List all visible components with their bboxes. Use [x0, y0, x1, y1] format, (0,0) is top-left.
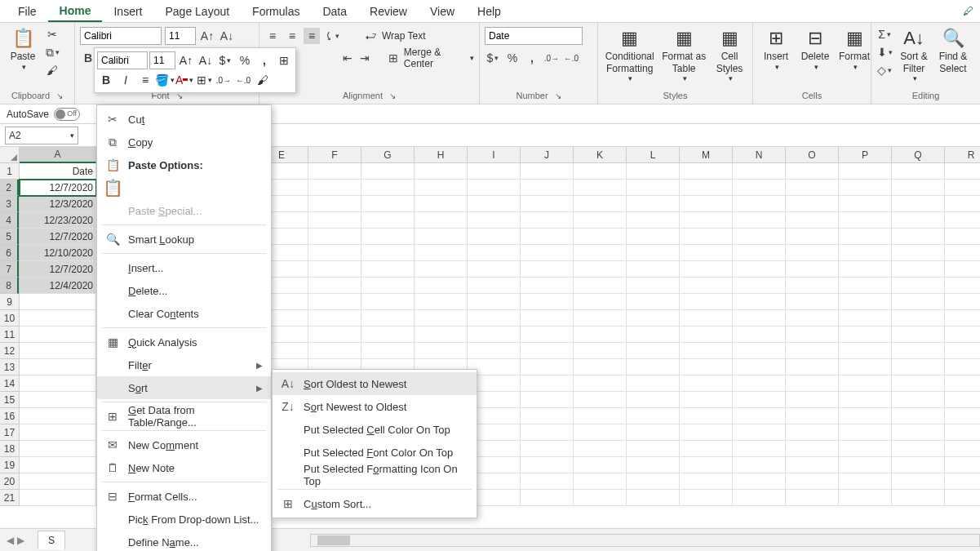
column-header-A[interactable]: A [20, 147, 96, 163]
cell-P11[interactable] [839, 327, 892, 343]
cell-M3[interactable] [680, 196, 733, 212]
cell-R8[interactable] [945, 278, 980, 294]
cell-O4[interactable] [786, 212, 839, 229]
mini-table[interactable]: ⊞ [275, 51, 293, 69]
cell-G7[interactable] [361, 261, 415, 278]
cell-J6[interactable] [521, 245, 574, 261]
cell-M8[interactable] [680, 278, 733, 294]
cell-P9[interactable] [839, 294, 892, 310]
cell-J12[interactable] [521, 343, 574, 359]
cell-N15[interactable] [733, 392, 786, 408]
cell-Q16[interactable] [892, 408, 945, 424]
cell-L17[interactable] [627, 424, 680, 441]
cell-H6[interactable] [415, 245, 468, 261]
cell-N18[interactable] [733, 441, 786, 457]
menu-page-layout[interactable]: Page Layout [153, 2, 241, 21]
cell-A11[interactable] [20, 327, 96, 343]
cell-O15[interactable] [786, 392, 839, 408]
row-header-3[interactable]: 3 [0, 196, 19, 212]
mini-fill-color[interactable]: 🪣▾ [156, 71, 174, 89]
cell-L8[interactable] [627, 278, 680, 294]
cell-R17[interactable] [945, 424, 980, 441]
cell-K2[interactable] [574, 180, 627, 196]
cell-N5[interactable] [733, 229, 786, 245]
mini-percent[interactable]: % [236, 51, 254, 69]
cell-R11[interactable] [945, 327, 980, 343]
cell-H5[interactable] [415, 229, 468, 245]
cell-F8[interactable] [308, 278, 361, 294]
mini-increase-font[interactable]: A↑ [177, 51, 195, 69]
cell-J4[interactable] [521, 212, 574, 229]
cell-Q12[interactable] [892, 343, 945, 359]
sort-filter-button[interactable]: A↓Sort & Filter▾ [896, 26, 932, 85]
row-header-10[interactable]: 10 [0, 310, 19, 327]
cell-I2[interactable] [468, 180, 521, 196]
row-header-1[interactable]: 1 [0, 163, 19, 180]
cell-M7[interactable] [680, 261, 733, 278]
cell-O14[interactable] [786, 375, 839, 392]
cell-A20[interactable] [20, 473, 96, 490]
autosave-toggle[interactable]: Off [54, 108, 80, 121]
cell-J13[interactable] [521, 359, 574, 375]
cell-F4[interactable] [308, 212, 361, 229]
cell-G2[interactable] [361, 180, 415, 196]
format-as-table-button[interactable]: ▦Format as Table▾ [659, 26, 708, 85]
cell-K6[interactable] [574, 245, 627, 261]
cell-P13[interactable] [839, 359, 892, 375]
cell-O7[interactable] [786, 261, 839, 278]
cell-R6[interactable] [945, 245, 980, 261]
cell-A6[interactable]: 12/10/2020 [20, 245, 96, 261]
cell-A1[interactable]: Date [20, 163, 96, 180]
cell-J9[interactable] [521, 294, 574, 310]
cell-N13[interactable] [733, 359, 786, 375]
cell-R13[interactable] [945, 359, 980, 375]
cell-O1[interactable] [786, 163, 839, 180]
cell-P5[interactable] [839, 229, 892, 245]
cell-J2[interactable] [521, 180, 574, 196]
cell-F5[interactable] [308, 229, 361, 245]
cell-Q14[interactable] [892, 375, 945, 392]
cell-M10[interactable] [680, 310, 733, 327]
cell-J5[interactable] [521, 229, 574, 245]
cell-L6[interactable] [627, 245, 680, 261]
ctx-item-19[interactable]: 🗒New Note [97, 456, 271, 479]
cell-K13[interactable] [574, 359, 627, 375]
cell-P6[interactable] [839, 245, 892, 261]
menu-data[interactable]: Data [311, 2, 358, 21]
cell-R7[interactable] [945, 261, 980, 278]
cell-Q2[interactable] [892, 180, 945, 196]
cell-K18[interactable] [574, 441, 627, 457]
cell-J17[interactable] [521, 424, 574, 441]
cell-K3[interactable] [574, 196, 627, 212]
column-header-N[interactable]: N [733, 147, 786, 163]
format-cells-button[interactable]: ▦Format▾ [836, 26, 872, 73]
font-size-select[interactable] [165, 27, 196, 45]
cell-N12[interactable] [733, 343, 786, 359]
cell-L5[interactable] [627, 229, 680, 245]
align-middle-button[interactable]: ≡ [284, 28, 300, 44]
cell-L14[interactable] [627, 375, 680, 392]
ctx-item-6[interactable]: 🔍Smart Lookup [97, 228, 271, 251]
cell-A15[interactable] [20, 392, 96, 408]
cell-O13[interactable] [786, 359, 839, 375]
mini-inc-decimal[interactable]: .0→ [215, 71, 233, 89]
cell-K5[interactable] [574, 229, 627, 245]
autosum-button[interactable]: Σ▾ [876, 26, 893, 42]
align-top-button[interactable]: ≡ [264, 28, 281, 44]
cell-L10[interactable] [627, 310, 680, 327]
cell-R14[interactable] [945, 375, 980, 392]
cell-O20[interactable] [786, 473, 839, 490]
cell-M11[interactable] [680, 327, 733, 343]
cell-N10[interactable] [733, 310, 786, 327]
cell-A18[interactable] [20, 441, 96, 457]
cell-G1[interactable] [361, 163, 415, 180]
ctx-item-2[interactable]: 📋Paste Options: [97, 153, 271, 176]
cell-H3[interactable] [415, 196, 468, 212]
cell-F2[interactable] [308, 180, 361, 196]
cell-Q10[interactable] [892, 310, 945, 327]
cell-O18[interactable] [786, 441, 839, 457]
ctx-item-10[interactable]: Clear Contents [97, 302, 271, 325]
comma-button[interactable]: , [524, 50, 540, 66]
cell-Q3[interactable] [892, 196, 945, 212]
mini-bold[interactable]: B [97, 71, 115, 89]
